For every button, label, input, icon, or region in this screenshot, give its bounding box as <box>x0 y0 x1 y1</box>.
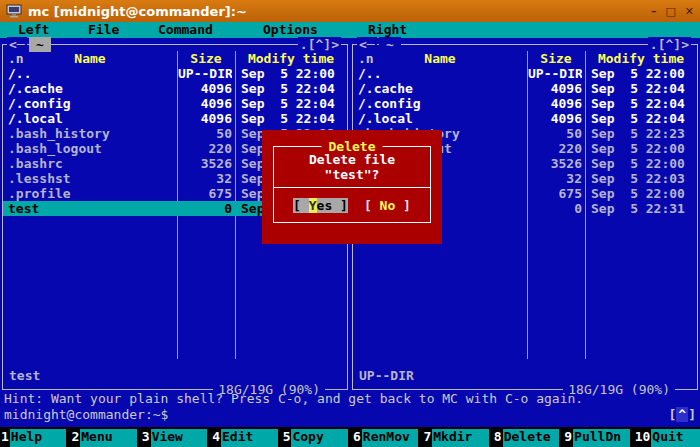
file-mtime: Sep 5 22:04 <box>591 111 695 126</box>
panel-left-up-marker[interactable]: .[^]> <box>298 37 341 52</box>
file-name: /.. <box>358 66 526 81</box>
file-size: 32 <box>178 171 232 186</box>
table-row[interactable]: /.local4096Sep 5 22:04 <box>353 111 697 126</box>
file-size: 50 <box>528 126 582 141</box>
file-mtime: Sep 5 22:04 <box>591 81 695 96</box>
table-row[interactable]: /.local4096Sep 5 22:04 <box>3 111 347 126</box>
fnkey-number: 3 <box>141 429 151 447</box>
file-size: 3526 <box>178 156 232 171</box>
column-header-size[interactable]: Size <box>527 51 585 66</box>
fnkey-help[interactable]: 1Help <box>0 429 66 447</box>
file-mtime: Sep 5 22:23 <box>591 126 695 141</box>
fnkey-view[interactable]: 3View <box>141 429 207 447</box>
file-name: .bashrc <box>8 156 176 171</box>
column-header-name[interactable]: Name <box>353 51 527 66</box>
column-header-name[interactable]: Name <box>3 51 177 66</box>
file-size: 0 <box>528 201 582 216</box>
caret-up-icon: ^ <box>676 407 688 422</box>
panel-right-arrow-decor: <─ <box>357 37 377 52</box>
file-name: /.config <box>358 96 526 111</box>
fnkey-number: 1 <box>0 429 10 447</box>
fnkey-mkdir[interactable]: 7Mkdir <box>422 429 488 447</box>
panel-left-column-headers: .n Name Size Modify time <box>3 51 347 66</box>
table-row[interactable]: /..UP--DIRSep 5 22:00 <box>353 66 697 81</box>
table-row[interactable]: /.config4096Sep 5 22:04 <box>353 96 697 111</box>
menu-item-right[interactable]: Right <box>368 22 407 38</box>
file-mtime: Sep 5 22:00 <box>591 141 695 156</box>
command-line[interactable]: midnight@commander:~$ <box>4 407 696 422</box>
delete-message-line2: "test"? <box>274 167 430 182</box>
fnkey-number: 2 <box>70 429 80 447</box>
fnkey-delete[interactable]: 8Delete <box>493 429 559 447</box>
fnkey-label: Menu <box>80 429 137 447</box>
column-header-size[interactable]: Size <box>177 51 235 66</box>
file-size: 4096 <box>178 81 232 96</box>
menu-bar: LeftFileCommandOptionsRight <box>0 22 700 38</box>
file-name: .bash_logout <box>8 141 176 156</box>
panel-left-arrow-decor: <─ <box>7 37 27 52</box>
fnkey-label: Delete <box>503 429 560 447</box>
fnkey-label: Edit <box>221 429 278 447</box>
file-mtime: Sep 5 22:00 <box>591 156 695 171</box>
close-icon[interactable]: ✕ <box>685 4 694 19</box>
file-name: /.local <box>8 111 176 126</box>
file-size: 4096 <box>528 96 582 111</box>
fnkey-label: Quit <box>651 429 700 447</box>
terminal-icon <box>6 4 22 18</box>
menu-item-file[interactable]: File <box>88 22 119 38</box>
table-row[interactable]: /.cache4096Sep 5 22:04 <box>353 81 697 96</box>
command-history-marker[interactable]: [^] <box>669 407 696 422</box>
delete-dialog-frame: Delete Delete file "test"? [ Yes ] [ No … <box>273 146 431 223</box>
file-mtime: Sep 5 22:04 <box>241 81 345 96</box>
file-mtime: Sep 5 22:04 <box>591 96 695 111</box>
panel-right-mini-status: UP--DIR <box>359 368 414 383</box>
mc-application-window: mc [midnight@commander]:~ – □ ✕ LeftFile… <box>0 0 700 447</box>
menu-item-options[interactable]: Options <box>263 22 318 38</box>
hint-line: Hint: Want your plain shell? Press C-o, … <box>4 391 698 406</box>
fnkey-menu[interactable]: 2Menu <box>70 429 136 447</box>
file-mtime: Sep 5 22:00 <box>591 186 695 201</box>
file-name: /.local <box>358 111 526 126</box>
fnkey-number: 10 <box>634 429 652 447</box>
table-row[interactable]: /.cache4096Sep 5 22:04 <box>3 81 347 96</box>
file-mtime: Sep 5 22:31 <box>591 201 695 216</box>
file-size: 675 <box>528 186 582 201</box>
file-size: 4096 <box>528 81 582 96</box>
file-size: UP--DIR <box>528 66 582 81</box>
file-mtime: Sep 5 22:00 <box>591 66 695 81</box>
fnkey-label: View <box>151 429 208 447</box>
menu-item-command[interactable]: Command <box>158 22 213 38</box>
minimize-icon[interactable]: – <box>651 4 657 19</box>
column-header-mtime[interactable]: Modify time <box>585 51 697 66</box>
no-button[interactable]: [ No ] <box>364 198 411 213</box>
fnkey-quit[interactable]: 10Quit <box>634 429 700 447</box>
fnkey-renmov[interactable]: 6RenMov <box>352 429 418 447</box>
menu-item-left[interactable]: Left <box>18 22 49 38</box>
window-title: mc [midnight@commander]:~ <box>28 4 247 19</box>
fnkey-label: RenMov <box>362 429 419 447</box>
file-mtime: Sep 5 22:04 <box>241 111 345 126</box>
file-size: 220 <box>178 141 232 156</box>
table-row[interactable]: /..UP--DIRSep 5 22:00 <box>3 66 347 81</box>
delete-dialog-title: Delete <box>322 139 383 154</box>
file-size: 4096 <box>178 111 232 126</box>
file-name: /.cache <box>358 81 526 96</box>
fnkey-copy[interactable]: 5Copy <box>282 429 348 447</box>
file-name: .lesshst <box>8 171 176 186</box>
yes-button[interactable]: [ Yes ] <box>293 198 348 213</box>
fnkey-edit[interactable]: 4Edit <box>211 429 277 447</box>
file-size: 4096 <box>528 111 582 126</box>
file-name: /.config <box>8 96 176 111</box>
no-hotkey: No <box>380 198 396 213</box>
file-size: 220 <box>528 141 582 156</box>
fnkey-number: 7 <box>422 429 432 447</box>
column-header-mtime[interactable]: Modify time <box>235 51 347 66</box>
file-size: 675 <box>178 186 232 201</box>
function-key-bar: 1Help2Menu3View4Edit5Copy6RenMov7Mkdir8D… <box>0 427 700 447</box>
file-size: 3526 <box>528 156 582 171</box>
maximize-icon[interactable]: □ <box>665 4 675 19</box>
table-row[interactable]: /.config4096Sep 5 22:04 <box>3 96 347 111</box>
panel-right-up-marker[interactable]: .[^]> <box>648 37 691 52</box>
file-size: 4096 <box>178 96 232 111</box>
fnkey-pulldn[interactable]: 9PullDn <box>563 429 629 447</box>
